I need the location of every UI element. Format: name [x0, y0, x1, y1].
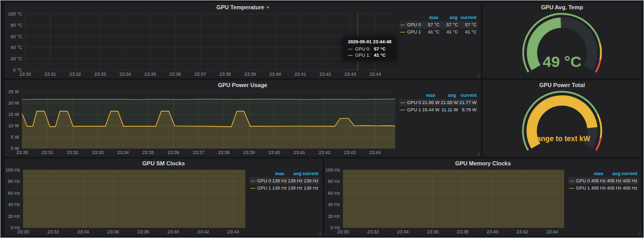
tooltip-timestamp: 2020-05-01 23:44:48 [348, 39, 392, 44]
legend-value: 57 °C [458, 22, 477, 27]
legend-value: 11.11 W [439, 107, 458, 112]
x-axis-tick-label: 23:38 [138, 229, 149, 234]
panel-title-gpu-avg-temp[interactable]: GPU Avg. Temp [483, 3, 641, 12]
panel-resize-handle[interactable] [476, 152, 480, 156]
x-axis-tick-label: 23:30 [337, 229, 349, 234]
legend-series-color-icon: — [400, 29, 405, 35]
legend-header-current[interactable]: current [620, 171, 637, 176]
legend-value: 139 Hz [287, 185, 303, 191]
chart-plot-area[interactable] [343, 170, 564, 228]
panel-gpu-temperature: GPU Temperature ▾ 0 °C20 °C40 °C60 °C80 … [5, 3, 481, 78]
x-axis-tick-label: 23:44 [369, 72, 381, 77]
y-axis-tick-label: 80 °C [5, 23, 22, 28]
legend-header-avg[interactable]: avg [603, 171, 620, 176]
gauge-gpu-power-total: range to text kW [483, 90, 641, 157]
x-axis-tick-label: 23:32 [67, 150, 79, 155]
timeseries-chart-gpu-sm-clocks: 0 Hz20 Hz40 Hz60 Hz80 Hz100 Hz23:3023:32… [5, 168, 323, 236]
legend-value: 405 Hz [606, 178, 622, 183]
legend-header-max[interactable]: max [419, 15, 438, 20]
legend-row: —GPU 141 °C41 °C41 °C [399, 28, 478, 36]
chart-plot-area[interactable] [22, 92, 395, 148]
legend-header-current[interactable]: current [301, 171, 318, 176]
x-axis-tick-label: 23:44 [369, 150, 381, 155]
panel-title-gpu-memory-clocks[interactable]: GPU Memory Clocks [325, 159, 641, 168]
legend-header-current[interactable]: current [456, 93, 477, 98]
panel-title-gpu-sm-clocks[interactable]: GPU SM Clocks [5, 159, 323, 168]
chart-legend: maxavgcurrent—GPU 0405 Hz405 Hz405 Hz—GP… [568, 170, 638, 192]
chart-legend: maxavgcurrent—GPU 0139 Hz139 Hz139 Hz—GP… [249, 170, 319, 192]
legend-value: 405 Hz [590, 185, 606, 191]
legend-series-name[interactable]: —GPU 1 [250, 185, 271, 191]
y-axis-tick-label: 15 W [5, 112, 19, 117]
panel-title-gpu-power-total[interactable]: GPU Power Total [483, 80, 641, 90]
x-axis-tick-label: 23:34 [397, 229, 409, 234]
legend-series-name[interactable]: —GPU 1 [400, 107, 421, 112]
legend-value: 139 Hz [271, 185, 287, 191]
legend-row: —GPU 1139 Hz139 Hz139 Hz [249, 184, 319, 192]
panel-title-text: GPU SM Clocks [142, 160, 185, 166]
legend-header-current[interactable]: current [457, 15, 477, 20]
y-axis-tick-label: 60 Hz [325, 191, 340, 196]
x-axis-tick-label: 23:36 [427, 229, 439, 234]
panel-resize-handle[interactable] [318, 231, 322, 235]
gauge-svg: range to text kW [483, 90, 641, 157]
x-axis-tick-label: 23:31 [44, 72, 56, 77]
legend-value: 9.79 W [458, 107, 477, 112]
y-axis-tick-label: 80 Hz [325, 179, 340, 184]
tooltip-series-value: 57 °C [374, 46, 392, 52]
legend-header-max[interactable]: max [415, 93, 435, 98]
legend-series-label: GPU 1 [576, 185, 590, 191]
legend-series-label: GPU 0 [407, 22, 421, 27]
x-axis-tick-label: 23:32 [367, 229, 379, 234]
legend-header-avg[interactable]: avg [284, 171, 301, 176]
legend-header-max[interactable]: max [586, 171, 603, 176]
panel-title-text: GPU Power Total [539, 82, 585, 88]
y-axis-tick-label: 80 Hz [5, 179, 20, 184]
legend-series-name[interactable]: —GPU 0 [569, 178, 590, 183]
x-axis-tick-label: 23:35 [144, 72, 156, 77]
chevron-down-icon: ▾ [267, 5, 269, 10]
legend-header-avg[interactable]: avg [438, 15, 457, 20]
panel-resize-handle[interactable] [637, 231, 641, 235]
legend-series-color-icon: — [250, 178, 255, 183]
legend-value: 57 °C [439, 22, 458, 27]
x-axis-tick-label: 23:36 [107, 229, 119, 234]
y-axis-tick-label: 60 Hz [5, 191, 20, 196]
chart-legend: maxavgcurrent—GPU 057 °C57 °C57 °C—GPU 1… [399, 14, 478, 36]
x-axis-tick-label: 23:33 [92, 150, 104, 155]
x-axis-tick-label: 23:35 [142, 150, 154, 155]
gauge-value: range to text kW [534, 134, 591, 143]
chart-plot-area[interactable] [23, 170, 245, 228]
legend-series-name[interactable]: —GPU 0 [400, 22, 421, 27]
y-axis-tick-label: 100 °C [5, 11, 22, 16]
legend-header-max[interactable]: max [267, 171, 284, 176]
legend-series-name[interactable]: —GPU 1 [400, 29, 421, 35]
y-axis-tick-label: 60 °C [5, 34, 22, 39]
panel-resize-handle[interactable] [476, 74, 480, 78]
legend-series-name[interactable]: —GPU 1 [569, 185, 590, 191]
legend-value: 405 Hz [621, 178, 637, 183]
legend-row: —GPU 1405 Hz405 Hz405 Hz [568, 184, 638, 192]
legend-series-label: GPU 0 [257, 178, 271, 183]
chart-plot-area[interactable] [25, 14, 395, 70]
tooltip-series-value: 41 °C [374, 52, 392, 58]
x-axis-tick-label: 23:30 [18, 229, 29, 234]
legend-row: —GPU 021.86 W21.68 W21.77 W [399, 99, 478, 106]
legend-series-name[interactable]: —GPU 0 [400, 100, 421, 105]
x-axis-tick-label: 23:42 [517, 229, 529, 234]
legend-header-avg[interactable]: avg [435, 93, 456, 98]
legend-series-name[interactable]: —GPU 0 [250, 178, 271, 183]
panel-title-gpu-temperature[interactable]: GPU Temperature ▾ [5, 3, 481, 12]
x-axis-tick-label: 23:32 [70, 72, 81, 77]
legend-row: —GPU 116.44 W11.11 W9.79 W [399, 106, 478, 113]
x-axis-tick-label: 23:40 [167, 229, 179, 234]
y-axis-tick-label: 40 °C [5, 45, 22, 50]
panel-title-gpu-power-usage[interactable]: GPU Power Usage [5, 80, 481, 90]
legend-value: 139 Hz [302, 185, 318, 191]
panel-title-text: GPU Power Usage [218, 82, 267, 88]
x-axis-tick-label: 23:44 [547, 229, 558, 234]
tooltip-row: —GPU 1:41 °C [348, 52, 392, 58]
x-axis-tick-label: 23:30 [16, 150, 28, 155]
legend-value: 21.86 W [421, 100, 439, 105]
y-axis-tick-label: 40 Hz [5, 202, 20, 207]
